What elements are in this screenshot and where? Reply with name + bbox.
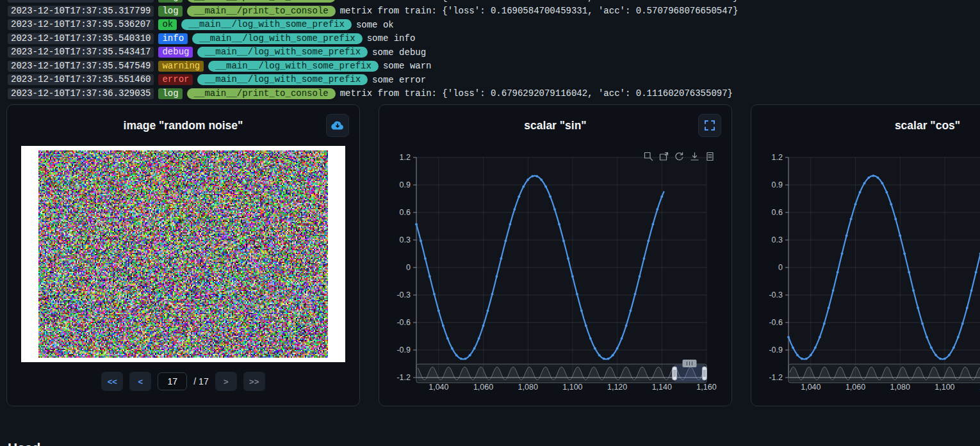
save-image-icon[interactable] <box>690 152 699 161</box>
log-level-badge: ok <box>158 19 177 30</box>
svg-text:1,160: 1,160 <box>696 383 716 392</box>
card-header: scalar "cos" <box>751 105 980 146</box>
log-timestamp: 2023-12-10T17:37:35.317799 <box>8 0 154 3</box>
svg-text:1,040: 1,040 <box>429 383 448 392</box>
card-title: scalar "sin" <box>524 119 586 132</box>
log-row: 2023-12-10T17:37:35.547549 warning __mai… <box>8 60 972 74</box>
svg-text:-0.3: -0.3 <box>396 291 411 299</box>
sin-chart-canvas[interactable]: 1.20.90.60.30-0.3-0.6-0.9-1.21,0401,0601… <box>388 146 724 399</box>
section-heading: Head <box>8 440 980 446</box>
svg-text:-1.2: -1.2 <box>396 373 411 382</box>
log-timestamp: 2023-12-10T17:37:35.317799 <box>8 6 154 17</box>
zoom-reset-icon[interactable] <box>659 152 669 161</box>
sin-scalar-card: scalar "sin" 1.20.90.60.30-0.3-0.6-0.9-1… <box>379 104 732 406</box>
chart-area[interactable]: 1.20.90.60.30-0.3-0.6-0.9-1.21,0401,0601… <box>751 146 980 402</box>
log-module-pill: __main__/print_to_console <box>187 6 336 17</box>
fullscreen-icon <box>704 120 715 131</box>
log-row: 2023-12-10T17:37:35.540310 info __main__… <box>8 32 972 46</box>
log-timestamp: 2023-12-10T17:37:35.536207 <box>8 19 154 30</box>
log-row: 2023-12-10T17:37:35.317799 log __main__/… <box>8 4 972 19</box>
svg-text:0: 0 <box>778 263 783 272</box>
datazoom-handle <box>673 367 677 380</box>
log-rows: 2023-12-10T17:37:35.317799 log __main__/… <box>8 0 972 100</box>
svg-text:0: 0 <box>406 263 411 272</box>
log-module-pill: __main__/print_to_console <box>187 0 336 3</box>
log-timestamp: 2023-12-10T17:37:35.547549 <box>8 61 154 72</box>
svg-text:1.2: 1.2 <box>772 153 783 162</box>
log-message: metrix from train: {'loss': 0.1690584700… <box>340 6 739 16</box>
data-view-icon[interactable] <box>705 152 715 161</box>
svg-text:1,080: 1,080 <box>518 383 538 392</box>
log-message: metrix from train: {'loss': 0.1690584700… <box>340 0 739 3</box>
svg-text:0.9: 0.9 <box>772 180 783 189</box>
log-timestamp: 2023-12-10T17:37:35.540310 <box>8 33 154 44</box>
card-title: image "random noise" <box>124 119 243 132</box>
prev-page-button[interactable]: < <box>129 372 151 391</box>
fullscreen-button[interactable] <box>698 114 721 137</box>
log-level-badge: log <box>158 88 182 99</box>
svg-text:0.3: 0.3 <box>772 235 783 244</box>
log-row: 2023-12-10T17:37:35.543417 debug __main_… <box>8 45 972 60</box>
datazoom-handle <box>702 367 706 380</box>
svg-text:1,100: 1,100 <box>935 383 954 392</box>
log-level-badge: info <box>158 33 188 44</box>
box-zoom-icon[interactable] <box>644 152 653 161</box>
log-message: some ok <box>356 20 394 30</box>
noise-figure <box>21 146 345 362</box>
log-module-pill: __main__/log_with_some_prefix <box>197 47 368 58</box>
svg-text:1,060: 1,060 <box>473 383 493 392</box>
svg-text:0.6: 0.6 <box>400 208 411 217</box>
noise-image <box>21 146 345 362</box>
svg-text:-0.6: -0.6 <box>396 318 411 327</box>
svg-text:1,120: 1,120 <box>607 383 627 392</box>
log-module-pill: __main__/log_with_some_prefix <box>197 74 368 85</box>
log-message: metrix from train: {'loss': 0.6796292079… <box>340 88 733 99</box>
log-message: some error <box>372 75 426 85</box>
svg-text:1,040: 1,040 <box>801 383 821 392</box>
cos-chart-canvas[interactable]: 1.20.90.60.30-0.3-0.6-0.9-1.21,0401,0601… <box>760 146 980 399</box>
svg-text:-0.3: -0.3 <box>769 291 783 299</box>
save-image-button[interactable] <box>326 114 349 137</box>
svg-text:-0.9: -0.9 <box>396 346 411 354</box>
svg-text:1.2: 1.2 <box>400 153 411 162</box>
svg-text:-0.9: -0.9 <box>769 346 783 354</box>
svg-text:1,060: 1,060 <box>845 383 865 392</box>
svg-text:0.9: 0.9 <box>400 180 411 189</box>
page-total-label: / 17 <box>193 376 208 386</box>
first-page-button[interactable]: << <box>101 372 123 391</box>
cos-scalar-card: scalar "cos" 1.20.90.60.30-0.3-0.6-0.9-1… <box>751 104 980 406</box>
next-page-button[interactable]: > <box>215 372 237 391</box>
card-header: image "random noise" <box>7 105 359 146</box>
svg-text:0.6: 0.6 <box>772 208 783 217</box>
log-timestamp: 2023-12-10T17:37:35.543417 <box>8 47 154 58</box>
log-level-badge: log <box>158 6 182 17</box>
image-pagination: << < / 17 > >> <box>7 372 359 391</box>
last-page-button[interactable]: >> <box>243 372 265 391</box>
log-module-pill: __main__/log_with_some_prefix <box>208 61 379 72</box>
log-message: some debug <box>372 47 426 58</box>
svg-text:-0.6: -0.6 <box>769 318 783 327</box>
svg-text:0.3: 0.3 <box>400 235 411 244</box>
cloud-download-icon <box>331 120 345 131</box>
log-level-badge: warning <box>158 61 204 72</box>
restore-icon[interactable] <box>674 152 684 161</box>
log-module-pill: __main__/log_with_some_prefix <box>181 19 352 30</box>
card-header: scalar "sin" <box>379 105 731 146</box>
log-level-badge: debug <box>158 47 193 58</box>
log-module-pill: __main__/log_with_some_prefix <box>192 33 363 44</box>
svg-text:1,140: 1,140 <box>652 383 672 392</box>
svg-text:-1.2: -1.2 <box>769 373 783 382</box>
log-level-badge: log <box>158 0 182 3</box>
log-message: some warn <box>383 61 432 71</box>
chart-area[interactable]: 1.20.90.60.30-0.3-0.6-0.9-1.21,0401,0601… <box>379 146 731 402</box>
log-module-pill: __main__/print_to_console <box>187 88 336 99</box>
page-number-input[interactable] <box>158 372 187 390</box>
image-card: image "random noise" << < / 17 > >> <box>6 104 360 406</box>
log-row: 2023-12-10T17:37:35.536207 ok __main__/l… <box>8 18 972 32</box>
card-title: scalar "cos" <box>895 119 960 132</box>
log-row: 2023-12-10T17:37:36.329035 log __main__/… <box>8 87 972 101</box>
log-level-badge: error <box>158 74 193 85</box>
log-message: some info <box>367 33 416 44</box>
log-timestamp: 2023-12-10T17:37:36.329035 <box>8 88 154 99</box>
log-panel: 2023-12-10T17:37:35.317799 log __main__/… <box>0 0 980 100</box>
